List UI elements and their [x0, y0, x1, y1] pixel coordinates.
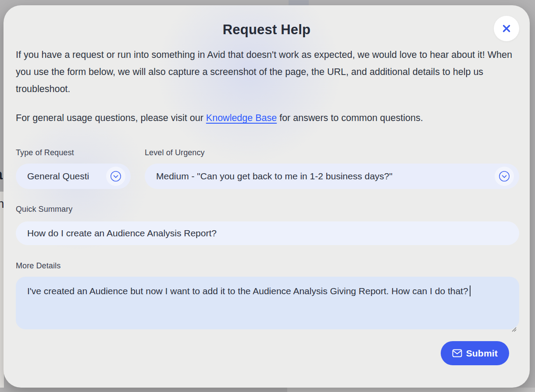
details-textarea[interactable]: I've created an Audience but now I want … [16, 277, 519, 329]
details-text: I've created an Audience but now I want … [27, 286, 468, 296]
summary-input[interactable] [16, 221, 519, 245]
kb-prefix: For general usage questions, please visi… [16, 113, 206, 123]
summary-label: Quick Summary [16, 205, 72, 214]
knowledge-base-paragraph: For general usage questions, please visi… [16, 110, 519, 125]
urgency-value: Medium - "Can you get back to me in 1-2 … [145, 171, 392, 182]
text-cursor [470, 285, 471, 296]
type-of-request-value: General Question [16, 171, 89, 182]
knowledge-base-link[interactable]: Knowledge Base [206, 113, 277, 123]
type-of-request-select[interactable]: General Question [16, 164, 131, 189]
dialog-title: Request Help [4, 22, 530, 38]
intro-paragraph: If you have a request or run into someth… [16, 46, 519, 98]
type-of-request-label: Type of Request [16, 148, 74, 157]
kb-suffix: for answers to common questions. [277, 113, 423, 123]
urgency-label: Level of Urgency [145, 148, 205, 157]
envelope-icon [452, 349, 462, 357]
request-help-dialog: Request Help If you have a request or ru… [4, 5, 530, 388]
backdrop-bottom-panel [287, 388, 535, 392]
resize-handle[interactable] [511, 321, 517, 327]
submit-label: Submit [466, 348, 498, 359]
chevron-down-icon [106, 167, 125, 186]
chevron-down-icon [495, 167, 514, 186]
close-icon [501, 23, 512, 34]
submit-button[interactable]: Submit [441, 341, 509, 365]
urgency-select[interactable]: Medium - "Can you get back to me in 1-2 … [145, 164, 519, 189]
close-button[interactable] [494, 16, 519, 41]
details-label: More Details [16, 261, 61, 271]
